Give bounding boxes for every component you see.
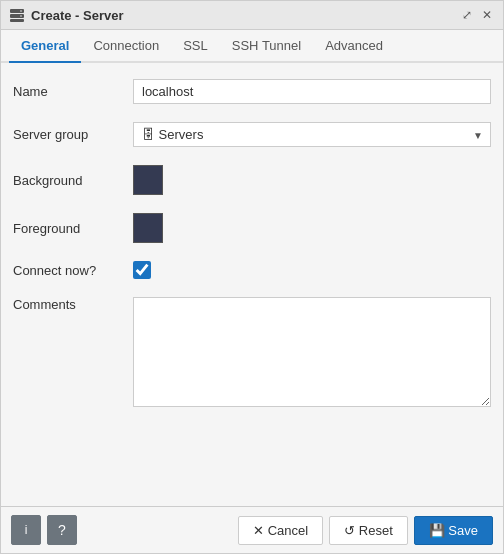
save-button[interactable]: 💾 Save [414, 516, 493, 545]
connect-now-checkbox[interactable] [133, 261, 151, 279]
name-label: Name [13, 84, 133, 99]
foreground-label: Foreground [13, 221, 133, 236]
background-row: Background [13, 165, 491, 195]
tab-connection[interactable]: Connection [81, 30, 171, 63]
dialog-title: Create - Server [31, 8, 124, 23]
form-content: Name Server group 🗄 Servers ▼ Background [1, 63, 503, 506]
connect-now-label: Connect now? [13, 263, 133, 278]
tab-advanced[interactable]: Advanced [313, 30, 395, 63]
reset-button[interactable]: ↺ Reset [329, 516, 408, 545]
name-input[interactable] [133, 79, 491, 104]
tab-ssh-tunnel[interactable]: SSH Tunnel [220, 30, 313, 63]
tab-general[interactable]: General [9, 30, 81, 63]
background-swatch-wrapper [133, 165, 491, 195]
foreground-swatch-wrapper [133, 213, 491, 243]
svg-point-4 [20, 15, 22, 17]
footer-left-buttons: i ? [11, 515, 77, 545]
comments-row: Comments [13, 297, 491, 410]
title-bar-controls: ⤢ ✕ [459, 7, 495, 23]
tab-bar: General Connection SSL SSH Tunnel Advanc… [1, 30, 503, 63]
server-group-label: Server group [13, 127, 133, 142]
close-button[interactable]: ✕ [479, 7, 495, 23]
help-button[interactable]: ? [47, 515, 77, 545]
svg-point-3 [20, 10, 22, 12]
foreground-row: Foreground [13, 213, 491, 243]
connect-now-wrapper [133, 261, 491, 279]
foreground-color-swatch[interactable] [133, 213, 163, 243]
comments-label: Comments [13, 297, 133, 312]
name-field-wrapper [133, 79, 491, 104]
title-bar: Create - Server ⤢ ✕ [1, 1, 503, 30]
server-group-row: Server group 🗄 Servers ▼ [13, 122, 491, 147]
tab-ssl[interactable]: SSL [171, 30, 220, 63]
title-bar-left: Create - Server [9, 7, 124, 23]
background-label: Background [13, 173, 133, 188]
footer-right-buttons: ✕ Cancel ↺ Reset 💾 Save [238, 516, 493, 545]
server-group-wrapper: 🗄 Servers ▼ [133, 122, 491, 147]
server-title-icon [9, 7, 25, 23]
comments-textarea[interactable] [133, 297, 491, 407]
cancel-button[interactable]: ✕ Cancel [238, 516, 323, 545]
background-color-swatch[interactable] [133, 165, 163, 195]
name-row: Name [13, 79, 491, 104]
svg-rect-2 [10, 19, 24, 22]
create-server-dialog: Create - Server ⤢ ✕ General Connection S… [0, 0, 504, 554]
info-button[interactable]: i [11, 515, 41, 545]
connect-now-row: Connect now? [13, 261, 491, 279]
server-group-select[interactable]: 🗄 Servers [133, 122, 491, 147]
dialog-footer: i ? ✕ Cancel ↺ Reset 💾 Save [1, 506, 503, 553]
comments-wrapper [133, 297, 491, 410]
expand-button[interactable]: ⤢ [459, 7, 475, 23]
